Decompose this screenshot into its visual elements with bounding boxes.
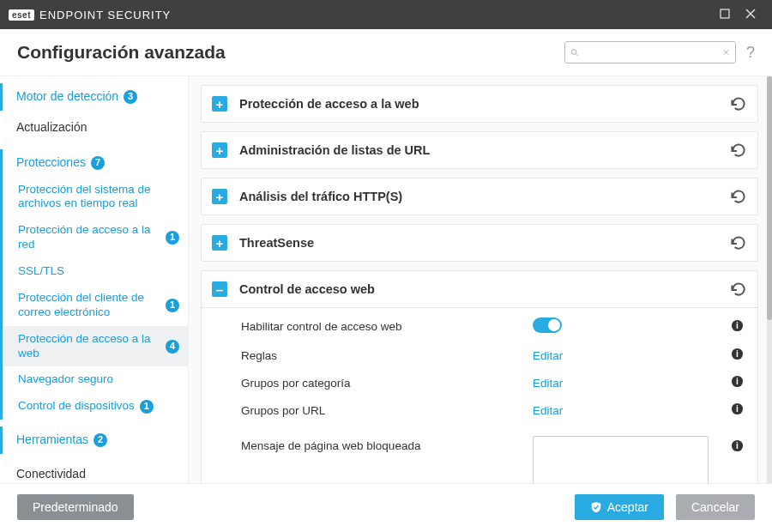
panel-web-access-control: – Control de acceso web Habilitar contro… <box>201 270 758 483</box>
info-icon[interactable]: i <box>723 436 744 455</box>
panel-title: Control de acceso web <box>239 282 728 296</box>
expand-icon: + <box>212 235 227 251</box>
sidebar-item-connectivity[interactable]: Conectividad <box>0 461 188 483</box>
svg-text:i: i <box>736 441 739 450</box>
info-icon[interactable]: i <box>723 348 744 363</box>
sidebar-item-label: Control de dispositivos <box>18 399 135 414</box>
sidebar-item-detection-engine[interactable]: Motor de detección 3 <box>0 83 188 111</box>
panel-https-analysis: + Análisis del tráfico HTTP(S) <box>201 178 758 215</box>
accept-button[interactable]: Aceptar <box>575 494 664 520</box>
info-icon[interactable]: i <box>723 402 744 418</box>
sidebar-sub-ssl-tls[interactable]: SSL/TLS <box>0 258 188 285</box>
sidebar-sub-network-access[interactable]: Protección de acceso a la red 1 <box>0 217 188 258</box>
undo-icon[interactable] <box>728 187 747 206</box>
expand-icon: + <box>212 189 227 204</box>
setting-label: Grupos por URL <box>241 404 533 417</box>
badge: 1 <box>140 400 154 414</box>
header: Configuración avanzada ? <box>0 29 772 76</box>
row-enable-wac: Habilitar control de acceso web i <box>202 311 757 342</box>
undo-icon[interactable] <box>728 233 747 252</box>
scrollbar-track[interactable] <box>767 76 772 483</box>
setting-label: Habilitar control de acceso web <box>241 320 533 333</box>
setting-label: Grupos por categoría <box>241 377 533 390</box>
edit-url-groups-link[interactable]: Editar <box>533 404 563 417</box>
svg-point-1 <box>571 50 576 55</box>
panel-threatsense: + ThreatSense <box>201 224 758 262</box>
info-icon[interactable]: i <box>723 375 744 390</box>
row-rules: Reglas Editar i <box>202 342 757 369</box>
panel-title: ThreatSense <box>239 236 728 250</box>
panel-header[interactable]: + ThreatSense <box>202 225 757 261</box>
sidebar-item-label: Actualización <box>16 120 87 136</box>
window-maximize-icon[interactable] <box>712 8 738 21</box>
search-icon <box>570 45 578 59</box>
undo-icon[interactable] <box>728 141 747 160</box>
panel-header[interactable]: – Control de acceso web <box>202 271 757 308</box>
row-category-groups: Grupos por categoría Editar i <box>202 369 757 396</box>
sidebar-sub-device-control[interactable]: Control de dispositivos 1 <box>0 393 188 420</box>
badge: 1 <box>166 299 179 312</box>
panel-title: Administración de listas de URL <box>239 143 728 157</box>
sidebar-sub-secure-browser[interactable]: Navegador seguro <box>0 366 188 393</box>
badge: 7 <box>91 156 105 170</box>
edit-rules-link[interactable]: Editar <box>533 349 563 362</box>
badge: 4 <box>166 340 179 354</box>
sidebar-item-label: SSL/TLS <box>18 264 64 279</box>
sidebar-sub-web-access[interactable]: Protección de acceso a la web 4 <box>0 326 188 367</box>
search-input[interactable] <box>578 46 722 59</box>
svg-text:i: i <box>736 349 739 359</box>
page-title: Configuración avanzada <box>17 42 226 63</box>
panel-title: Análisis del tráfico HTTP(S) <box>239 190 728 203</box>
sidebar-sub-realtime-fs[interactable]: Protección del sistema de archivos en ti… <box>0 177 188 218</box>
expand-icon: + <box>212 142 227 158</box>
edit-category-groups-link[interactable]: Editar <box>533 377 563 390</box>
scrollbar-thumb[interactable] <box>767 76 772 320</box>
clear-search-icon[interactable] <box>722 45 730 59</box>
blocked-message-textarea[interactable] <box>533 436 709 483</box>
expand-icon: + <box>212 96 227 112</box>
help-icon[interactable]: ? <box>746 44 755 62</box>
row-blocked-message: Mensaje de página web bloqueada i <box>202 424 757 483</box>
sidebar-item-update[interactable]: Actualización <box>0 114 188 142</box>
sidebar-item-label: Protección del sistema de archivos en ti… <box>18 183 179 212</box>
sidebar-item-label: Protección de acceso a la web <box>18 332 160 361</box>
brand-badge: eset <box>9 9 34 21</box>
window-close-icon[interactable] <box>738 8 763 21</box>
setting-label: Mensaje de página web bloqueada <box>241 436 533 452</box>
sidebar-sub-email-client[interactable]: Protección del cliente de correo electró… <box>0 285 188 326</box>
sidebar-item-tools[interactable]: Herramientas 2 <box>0 426 188 454</box>
main-content: + Protección de acceso a la web + Admini… <box>189 76 772 483</box>
badge: 2 <box>93 433 107 447</box>
panel-web-access-protection: + Protección de acceso a la web <box>201 85 758 123</box>
undo-icon[interactable] <box>728 280 747 299</box>
sidebar-item-label: Protección del cliente de correo electró… <box>18 291 160 320</box>
svg-text:i: i <box>736 321 739 330</box>
default-button[interactable]: Predeterminado <box>17 494 134 520</box>
undo-icon[interactable] <box>728 94 747 113</box>
sidebar-item-label: Protección de acceso a la red <box>18 223 160 252</box>
panel-header[interactable]: + Análisis del tráfico HTTP(S) <box>202 178 757 215</box>
svg-text:i: i <box>736 404 739 414</box>
panel-body: Habilitar control de acceso web i Reglas… <box>202 308 757 483</box>
badge: 1 <box>166 231 179 245</box>
search-input-wrapper[interactable] <box>564 41 736 63</box>
sidebar-item-label: Conectividad <box>16 467 86 482</box>
product-name: ENDPOINT SECURITY <box>39 9 171 21</box>
panel-header[interactable]: + Protección de acceso a la web <box>202 86 757 122</box>
sidebar-item-label: Protecciones <box>16 155 86 171</box>
collapse-icon: – <box>212 281 227 297</box>
cancel-button[interactable]: Cancelar <box>676 494 755 520</box>
panel-url-list-management: + Administración de listas de URL <box>201 131 758 169</box>
footer: Predeterminado Aceptar Cancelar <box>0 483 772 529</box>
sidebar-item-label: Herramientas <box>16 432 88 448</box>
sidebar-item-label: Motor de detección <box>16 89 118 105</box>
panel-header[interactable]: + Administración de listas de URL <box>202 132 757 168</box>
info-icon[interactable]: i <box>723 319 744 335</box>
svg-rect-0 <box>721 9 729 18</box>
sidebar-item-protections[interactable]: Protecciones 7 <box>0 149 188 177</box>
panel-title: Protección de acceso a la web <box>239 97 728 111</box>
toggle-enable-wac[interactable] <box>533 317 562 333</box>
sidebar-item-label: Navegador seguro <box>18 372 113 387</box>
button-label: Aceptar <box>607 500 648 514</box>
row-url-groups: Grupos por URL Editar i <box>202 396 757 424</box>
